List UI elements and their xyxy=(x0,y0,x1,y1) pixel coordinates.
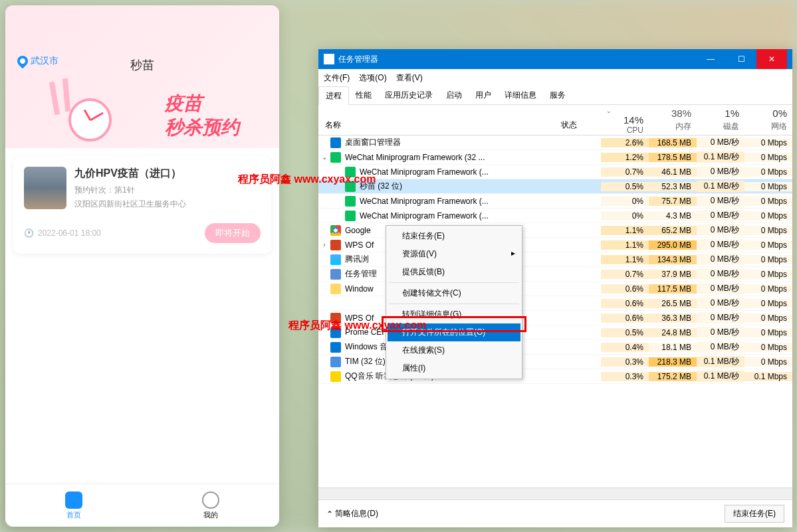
process-name: WPS Of xyxy=(345,313,374,323)
menubar: 文件(F) 选项(O) 查看(V) xyxy=(318,69,792,86)
context-item[interactable]: 在线搜索(S) xyxy=(388,341,520,359)
tab-0[interactable]: 进程 xyxy=(318,86,349,105)
mem-value: 175.2 MB xyxy=(649,372,697,381)
vaccine-name: 九价HPV疫苗（进口） xyxy=(74,167,186,181)
tab-2[interactable]: 应用历史记录 xyxy=(378,86,439,104)
chevron-up-icon[interactable]: ⌃ xyxy=(326,509,333,519)
tab-6[interactable]: 服务 xyxy=(543,86,572,104)
close-button[interactable]: ✕ xyxy=(756,49,787,69)
mem-value: 26.5 MB xyxy=(649,299,697,308)
bottom-nav: 首页 我的 xyxy=(5,484,279,527)
net-value: 0 Mbps xyxy=(744,313,792,323)
disk-value: 0.1 MB/秒 xyxy=(697,371,744,382)
cpu-value: 0.6% xyxy=(601,313,649,323)
titlebar[interactable]: 任务管理器 — ☐ ✕ xyxy=(318,49,792,69)
process-name: WeChat Miniprogram Framework (... xyxy=(360,197,489,206)
minimize-button[interactable]: — xyxy=(695,49,726,69)
column-headers: 名称 状态 ⌄14%CPU 38%内存 1%磁盘 0%网络 xyxy=(318,105,792,135)
process-row[interactable]: ⌄ WeChat Miniprogram Framework (32 ... 1… xyxy=(318,150,792,165)
disk-value: 0 MB/秒 xyxy=(697,195,744,207)
cpu-value: 0.6% xyxy=(601,284,649,294)
scrollbar-horizontal[interactable] xyxy=(318,488,792,499)
col-name[interactable]: 名称 xyxy=(318,105,561,135)
process-row[interactable]: 桌面窗口管理器 2.6% 168.5 MB 0 MB/秒 0 Mbps xyxy=(318,135,792,150)
cpu-value: 0.3% xyxy=(601,372,649,381)
mem-value: 36.3 MB xyxy=(649,313,697,323)
tab-4[interactable]: 用户 xyxy=(469,86,498,104)
location-selector[interactable]: 武汉市 xyxy=(17,55,58,67)
context-item[interactable]: 提供反馈(B) xyxy=(388,263,520,281)
disk-value: 0 MB/秒 xyxy=(697,298,744,309)
process-icon xyxy=(330,225,341,236)
menu-file[interactable]: 文件(F) xyxy=(324,72,350,84)
context-item[interactable]: 结束任务(E) xyxy=(388,227,520,245)
end-task-button[interactable]: 结束任务(E) xyxy=(725,505,784,523)
nav-profile[interactable]: 我的 xyxy=(142,484,279,527)
process-icon xyxy=(330,269,341,280)
process-row[interactable]: WeChat Miniprogram Framework (... 0% 75.… xyxy=(318,194,792,209)
disk-value: 0 MB/秒 xyxy=(697,210,744,221)
expand-icon[interactable]: › xyxy=(318,241,330,248)
brief-info-link[interactable]: 简略信息(D) xyxy=(335,508,378,519)
maximize-button[interactable]: ☐ xyxy=(726,49,756,69)
cpu-value: 1.1% xyxy=(601,255,649,264)
col-network[interactable]: 0%网络 xyxy=(744,105,792,135)
disk-value: 0 MB/秒 xyxy=(697,312,744,323)
vaccine-address: 汉阳区四新街社区卫生服务中心 xyxy=(74,199,186,210)
col-disk[interactable]: 1%磁盘 xyxy=(697,105,744,135)
col-memory[interactable]: 38%内存 xyxy=(649,105,697,135)
cpu-value: 0.7% xyxy=(601,167,649,177)
process-name: TIM (32 位) xyxy=(345,356,386,367)
process-icon xyxy=(330,254,341,265)
mem-value: 4.3 MB xyxy=(649,211,697,221)
col-status[interactable]: 状态 xyxy=(561,105,601,135)
process-name: Google xyxy=(345,226,371,235)
process-name: 腾讯浏 xyxy=(345,254,369,265)
process-row[interactable]: WeChat Miniprogram Framework (... 0.7% 4… xyxy=(318,165,792,179)
expand-icon[interactable]: ⌄ xyxy=(318,153,330,161)
cpu-value: 1.1% xyxy=(601,226,649,235)
process-icon xyxy=(330,284,341,294)
process-icon xyxy=(345,167,356,177)
net-value: 0 Mbps xyxy=(744,357,792,367)
process-row[interactable]: 秒苗 (32 位) 0.5% 52.3 MB 0.1 MB/秒 0 Mbps xyxy=(318,179,792,194)
context-item[interactable]: 打开文件所在的位置(O) xyxy=(388,323,520,341)
process-icon xyxy=(345,196,356,207)
vaccine-card[interactable]: 九价HPV疫苗（进口） 预约针次：第1针 汉阳区四新街社区卫生服务中心 🕐 20… xyxy=(13,156,271,254)
process-icon xyxy=(330,342,341,353)
home-icon xyxy=(65,491,82,509)
tab-3[interactable]: 启动 xyxy=(439,86,469,104)
net-value: 0 Mbps xyxy=(744,270,792,279)
cpu-value: 1.2% xyxy=(601,153,649,162)
menu-view[interactable]: 查看(V) xyxy=(396,72,423,84)
net-value: 0.1 Mbps xyxy=(744,372,792,381)
process-icon xyxy=(330,137,341,148)
context-item[interactable]: 创建转储文件(C) xyxy=(388,284,520,302)
disk-value: 0 MB/秒 xyxy=(697,341,744,353)
nav-home[interactable]: 首页 xyxy=(5,484,142,527)
vaccine-dose: 预约针次：第1针 xyxy=(74,185,186,196)
menu-options[interactable]: 选项(O) xyxy=(359,72,386,84)
reserve-button[interactable]: 即将开始 xyxy=(205,223,261,243)
process-name: Window xyxy=(345,284,374,294)
process-name: 任务管理 xyxy=(345,268,377,280)
app-title: 秒苗 xyxy=(130,57,154,73)
tab-1[interactable]: 性能 xyxy=(349,86,378,104)
process-name: WeChat Miniprogram Framework (... xyxy=(360,167,489,177)
tab-5[interactable]: 详细信息 xyxy=(498,86,543,104)
net-value: 0 Mbps xyxy=(744,138,792,147)
process-icon xyxy=(330,313,341,323)
context-item[interactable]: 资源值(V)▸ xyxy=(388,245,520,263)
context-item[interactable]: 转到详细信息(G) xyxy=(388,306,520,323)
mem-value: 218.3 MB xyxy=(649,357,697,367)
process-row[interactable]: WeChat Miniprogram Framework (... 0% 4.3… xyxy=(318,209,792,223)
mem-value: 65.2 MB xyxy=(649,226,697,235)
vaccine-image xyxy=(24,167,66,209)
clock-icon: 🕐 xyxy=(24,228,34,238)
profile-icon xyxy=(202,491,219,509)
disk-value: 0 MB/秒 xyxy=(697,137,744,148)
process-icon xyxy=(330,371,341,382)
context-item[interactable]: 属性(I) xyxy=(388,359,520,377)
col-cpu[interactable]: ⌄14%CPU xyxy=(601,105,649,135)
cpu-value: 0.5% xyxy=(601,328,649,337)
